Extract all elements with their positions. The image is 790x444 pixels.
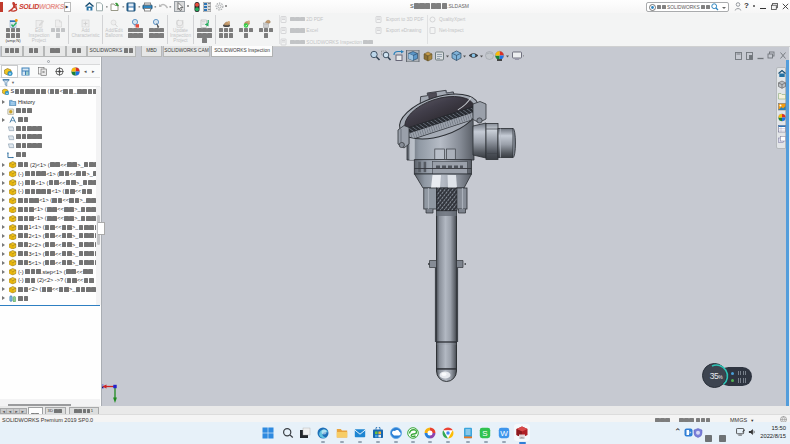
svg-text:W: W: [500, 429, 508, 438]
svg-text:S: S: [482, 429, 487, 438]
